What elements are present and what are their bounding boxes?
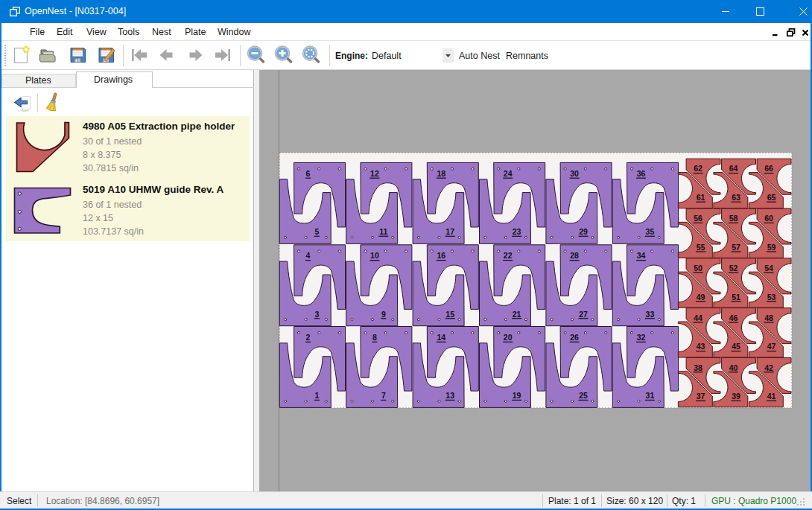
svg-text:56: 56 [694, 214, 702, 223]
svg-text:30: 30 [570, 169, 579, 178]
svg-text:58: 58 [729, 214, 738, 223]
svg-text:28: 28 [570, 251, 579, 260]
svg-text:16: 16 [437, 251, 445, 260]
svg-text:61: 61 [697, 193, 705, 202]
svg-text:3: 3 [314, 310, 319, 319]
svg-text:20: 20 [504, 333, 513, 342]
svg-text:54: 54 [764, 264, 773, 272]
svg-text:34: 34 [637, 251, 646, 260]
svg-text:32: 32 [637, 333, 646, 342]
svg-text:1: 1 [314, 391, 319, 400]
svg-text:5: 5 [314, 227, 319, 236]
svg-text:2: 2 [306, 333, 311, 342]
svg-text:29: 29 [579, 227, 588, 236]
svg-text:50: 50 [694, 264, 702, 272]
svg-text:48: 48 [764, 313, 773, 322]
svg-text:53: 53 [767, 293, 776, 302]
svg-text:25: 25 [579, 391, 588, 400]
svg-text:35: 35 [646, 227, 655, 236]
svg-text:23: 23 [513, 227, 521, 236]
svg-text:10: 10 [370, 251, 379, 260]
svg-text:9: 9 [381, 310, 386, 319]
svg-text:24: 24 [504, 169, 513, 178]
svg-text:38: 38 [694, 363, 702, 372]
svg-text:42: 42 [764, 363, 773, 372]
svg-text:59: 59 [767, 243, 776, 252]
svg-text:44: 44 [694, 313, 702, 322]
svg-text:60: 60 [764, 214, 773, 223]
svg-text:6: 6 [306, 169, 311, 178]
svg-text:43: 43 [697, 342, 705, 351]
svg-text:46: 46 [729, 313, 738, 322]
svg-text:45: 45 [732, 342, 740, 351]
svg-text:21: 21 [513, 310, 521, 319]
svg-text:66: 66 [764, 164, 773, 173]
svg-text:47: 47 [767, 342, 776, 351]
svg-text:8: 8 [372, 333, 377, 342]
svg-text:17: 17 [445, 227, 454, 236]
svg-text:63: 63 [732, 193, 740, 202]
svg-text:22: 22 [504, 251, 513, 260]
svg-text:27: 27 [579, 310, 588, 319]
svg-text:15: 15 [445, 310, 454, 319]
svg-text:19: 19 [513, 391, 521, 400]
svg-text:12: 12 [370, 169, 379, 178]
svg-text:13: 13 [445, 391, 454, 400]
svg-text:57: 57 [732, 243, 740, 252]
svg-text:31: 31 [646, 391, 655, 400]
svg-text:11: 11 [379, 227, 387, 236]
svg-text:55: 55 [697, 243, 705, 252]
svg-text:40: 40 [729, 363, 738, 372]
svg-text:33: 33 [646, 310, 655, 319]
svg-text:51: 51 [732, 293, 740, 302]
svg-text:39: 39 [732, 392, 740, 401]
svg-text:65: 65 [767, 193, 776, 202]
svg-text:64: 64 [729, 164, 738, 173]
svg-text:49: 49 [697, 293, 705, 302]
svg-text:41: 41 [767, 392, 776, 401]
svg-text:7: 7 [381, 391, 386, 400]
svg-text:14: 14 [437, 333, 445, 342]
svg-text:26: 26 [570, 333, 579, 342]
svg-text:36: 36 [637, 169, 646, 178]
svg-text:52: 52 [729, 264, 738, 272]
svg-text:4: 4 [306, 251, 311, 260]
svg-text:37: 37 [697, 392, 705, 401]
svg-text:18: 18 [437, 169, 445, 178]
svg-text:62: 62 [694, 164, 702, 173]
